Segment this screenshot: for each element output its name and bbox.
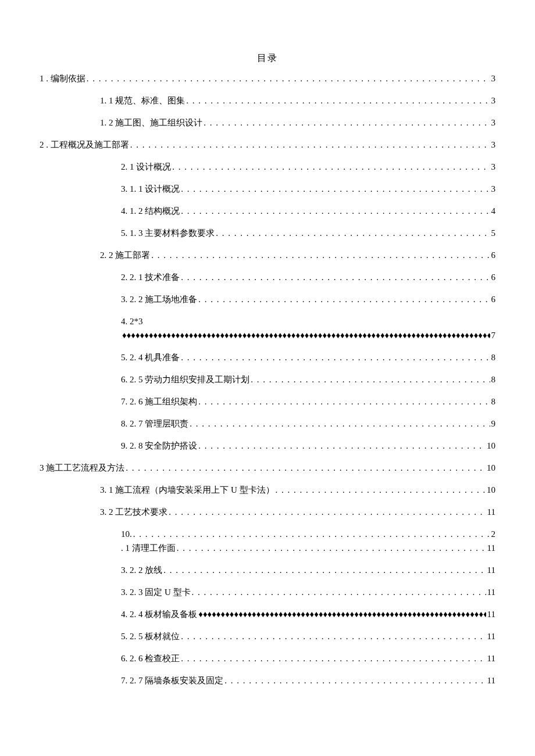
toc-entry: 3. 2. 2 放线 11 [40, 563, 495, 577]
toc-label: 3. 1 施工流程（内墙安装采用上下 U 型卡法） [100, 483, 274, 497]
toc-leader [190, 417, 490, 431]
toc-page: 10 [487, 461, 495, 475]
toc-label: 5. 2. 5 板材就位 [121, 629, 180, 643]
toc-entry: 1. 1 规范、标准、图集 3 [40, 94, 495, 108]
toc-label: 6. 2. 5 劳动力组织安排及工期计划 [121, 372, 249, 386]
toc-label: 2. 2. 1 技术准备 [121, 270, 180, 284]
toc-page: 9 [491, 417, 496, 431]
toc-leader [198, 439, 486, 453]
toc-entry: 1. 2 施工图、施工组织设计 3 [40, 116, 495, 130]
toc-entry: 7. 2. 7 隔墙条板安装及固定 11 [40, 673, 495, 687]
toc-page: 10 [487, 483, 495, 497]
toc-entry: 3. 2. 2 施工场地准备 6 [40, 292, 495, 306]
toc-leader [177, 541, 486, 555]
toc-label: 3 施工工艺流程及方法 [40, 461, 124, 475]
toc-page: 11 [487, 607, 495, 621]
toc-leader-diamond [198, 607, 486, 621]
toc-label: 3. 2. 3 固定 U 型卡 [121, 585, 191, 599]
toc-page: 3 [491, 116, 496, 130]
toc-leader [130, 138, 490, 152]
toc-page: 3 [491, 182, 496, 196]
toc-entry: 6. 2. 6 检查校正 11 [40, 651, 495, 665]
toc-label: 6. 2. 6 检查校正 [121, 651, 180, 665]
toc-title: 目录 [40, 52, 495, 65]
toc-label: 3. 1. 1 设计概况 [121, 182, 180, 196]
toc-label: 5. 2. 4 机具准备 [121, 350, 180, 364]
toc-label: 3. 2. 2 施工场地准备 [121, 292, 197, 306]
toc-leader-diamond [122, 328, 490, 342]
toc-entry: 3. 2 工艺技术要求 11 [40, 505, 495, 519]
toc-leader [224, 673, 486, 687]
toc-page: 6 [491, 248, 496, 262]
toc-leader [276, 483, 486, 497]
toc-label: 7. 2. 7 隔墙条板安装及固定 [121, 673, 223, 687]
toc-leader [192, 585, 486, 599]
toc-page: 8 [491, 372, 496, 386]
toc-page: 6 [491, 292, 496, 306]
toc-page: 10 [487, 439, 495, 453]
toc-leader [181, 350, 490, 364]
toc-page: 11 [487, 673, 495, 687]
toc-label: 4. 2. 4 板材输及备板 [121, 607, 197, 621]
toc-page: 4 [491, 204, 496, 218]
toc-entry: 2 . 工程概况及施工部署 3 [40, 138, 495, 152]
toc-page: 3 [491, 71, 496, 85]
toc-entry: 3 施工工艺流程及方法 10 [40, 461, 495, 475]
toc-leader [181, 629, 486, 643]
toc-entry: 2. 2 施工部署 6 [40, 248, 495, 262]
toc-label: 4. 1. 2 结构概况 [121, 204, 180, 218]
toc-label: 4. 2*3 [121, 314, 495, 328]
toc-entry: 2. 1 设计概况 3 [40, 160, 495, 174]
toc-page: 3 [491, 94, 496, 108]
toc-leader [151, 248, 490, 262]
toc-page: 11 [487, 505, 495, 519]
toc-entry: 3. 1. 1 设计概况 3 [40, 182, 495, 196]
toc-leader [87, 71, 490, 85]
toc-leader [133, 527, 490, 541]
toc-entry: 6. 2. 5 劳动力组织安排及工期计划 8 [40, 372, 495, 386]
toc-page: 11 [487, 585, 495, 599]
toc-leader [172, 160, 490, 174]
toc-label: 3. 2 工艺技术要求 [100, 505, 167, 519]
toc-leader [181, 270, 490, 284]
toc-label: 3. 2. 2 放线 [121, 563, 162, 577]
toc-entry: 5. 1. 3 主要材料参数要求 5 [40, 226, 495, 240]
toc-leader [181, 651, 486, 665]
toc-entry: 7. 2. 6 施工组织架构 8 [40, 395, 495, 409]
toc-page: 11 [487, 563, 495, 577]
toc-page: 8 [491, 395, 496, 409]
toc-leader [186, 94, 490, 108]
toc-label: 7. 2. 6 施工组织架构 [121, 395, 197, 409]
toc-leader [198, 395, 490, 409]
toc-entry-multiline: 10. 2 . 1 清理工作面 11 [40, 527, 495, 555]
toc-label: 1 . 编制依据 [40, 71, 85, 85]
toc-leader [169, 505, 486, 519]
toc-page: 11 [487, 629, 495, 643]
toc-leader [198, 292, 490, 306]
toc-entry: 4. 1. 2 结构概况 4 [40, 204, 495, 218]
toc-leader [181, 182, 490, 196]
toc-label: 10. [121, 527, 132, 541]
toc-label: 2. 1 设计概况 [121, 160, 171, 174]
toc-leader [163, 563, 486, 577]
toc-entry: 3. 2. 3 固定 U 型卡 11 [40, 585, 495, 599]
toc-label: . 1 清理工作面 [121, 541, 176, 555]
toc-entry-multiline: 4. 2*3 7 [40, 314, 495, 342]
toc-label: 8. 2. 7 管理层职责 [121, 417, 188, 431]
toc-label: 9. 2. 8 安全防护搭设 [121, 439, 197, 453]
toc-leader [204, 116, 490, 130]
toc-page: 8 [491, 350, 496, 364]
toc-page: 3 [491, 160, 496, 174]
toc-page: 7 [491, 328, 496, 342]
toc-label: 2 . 工程概况及施工部署 [40, 138, 129, 152]
toc-page: 2 [491, 527, 496, 541]
toc-label: 5. 1. 3 主要材料参数要求 [121, 226, 215, 240]
toc-leader [126, 461, 486, 475]
toc-label: 2. 2 施工部署 [100, 248, 150, 262]
toc-entry: 2. 2. 1 技术准备 6 [40, 270, 495, 284]
toc-entry: 4. 2. 4 板材输及备板 11 [40, 607, 495, 621]
toc-entry: 9. 2. 8 安全防护搭设 10 [40, 439, 495, 453]
toc-entry: 1 . 编制依据 3 [40, 71, 495, 85]
toc-entry: 3. 1 施工流程（内墙安装采用上下 U 型卡法） 10 [40, 483, 495, 497]
toc-page: 5 [491, 226, 496, 240]
